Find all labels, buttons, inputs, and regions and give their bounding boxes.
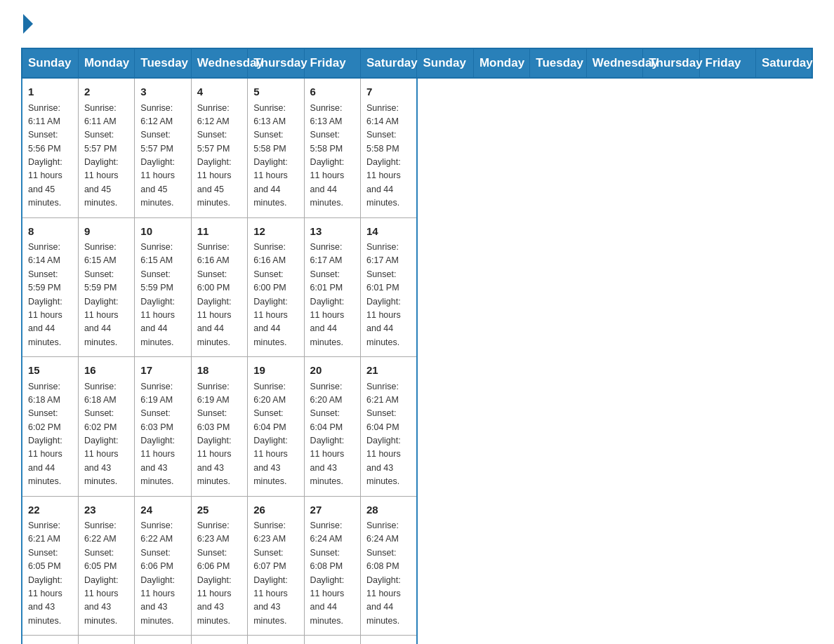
day-info: Sunrise: 6:24 AMSunset: 6:08 PMDaylight:… bbox=[310, 519, 355, 628]
day-info: Sunrise: 6:14 AMSunset: 5:58 PMDaylight:… bbox=[366, 102, 411, 210]
day-number: 30 bbox=[84, 641, 128, 644]
day-number: 4 bbox=[197, 84, 241, 100]
calendar-cell: 19Sunrise: 6:20 AMSunset: 6:04 PMDayligh… bbox=[248, 357, 304, 497]
calendar-cell: 22Sunrise: 6:21 AMSunset: 6:05 PMDayligh… bbox=[22, 496, 78, 636]
day-info: Sunrise: 6:17 AMSunset: 6:01 PMDaylight:… bbox=[310, 241, 355, 349]
calendar-header-sunday: Sunday bbox=[22, 48, 78, 78]
day-number: 28 bbox=[366, 502, 411, 518]
calendar-cell: 6Sunrise: 6:13 AMSunset: 5:58 PMDaylight… bbox=[304, 78, 360, 217]
day-number: 10 bbox=[140, 224, 185, 240]
day-number: 27 bbox=[310, 502, 355, 518]
calendar-cell: 28Sunrise: 6:24 AMSunset: 6:08 PMDayligh… bbox=[361, 496, 417, 636]
calendar-cell: 24Sunrise: 6:22 AMSunset: 6:06 PMDayligh… bbox=[135, 496, 191, 636]
day-info: Sunrise: 6:15 AMSunset: 5:59 PMDaylight:… bbox=[140, 241, 185, 349]
calendar-cell: 4Sunrise: 6:12 AMSunset: 5:57 PMDaylight… bbox=[191, 78, 247, 217]
day-number: 16 bbox=[84, 363, 128, 379]
day-info: Sunrise: 6:20 AMSunset: 6:04 PMDaylight:… bbox=[310, 380, 355, 489]
day-number: 14 bbox=[366, 224, 411, 240]
calendar-header-saturday: Saturday bbox=[361, 48, 417, 78]
day-number: 8 bbox=[28, 224, 72, 240]
day-number: 20 bbox=[310, 363, 355, 379]
calendar-header-friday: Friday bbox=[699, 48, 755, 78]
day-number: 2 bbox=[84, 84, 128, 100]
day-info: Sunrise: 6:20 AMSunset: 6:04 PMDaylight:… bbox=[253, 380, 298, 489]
calendar-header-sunday: Sunday bbox=[417, 48, 473, 78]
day-info: Sunrise: 6:18 AMSunset: 6:02 PMDaylight:… bbox=[28, 380, 72, 489]
calendar-header-tuesday: Tuesday bbox=[530, 48, 586, 78]
day-info: Sunrise: 6:18 AMSunset: 6:02 PMDaylight:… bbox=[84, 380, 128, 489]
day-number: 7 bbox=[366, 84, 411, 100]
calendar-header-row: SundayMondayTuesdayWednesdayThursdayFrid… bbox=[22, 48, 812, 78]
day-number: 13 bbox=[310, 224, 355, 240]
calendar-cell: 13Sunrise: 6:17 AMSunset: 6:01 PMDayligh… bbox=[304, 217, 360, 357]
day-number: 18 bbox=[197, 363, 241, 379]
day-info: Sunrise: 6:14 AMSunset: 5:59 PMDaylight:… bbox=[28, 241, 72, 349]
day-number: 1 bbox=[28, 84, 72, 100]
calendar-week-row: 8Sunrise: 6:14 AMSunset: 5:59 PMDaylight… bbox=[22, 217, 812, 357]
calendar-cell: 1Sunrise: 6:11 AMSunset: 5:56 PMDaylight… bbox=[22, 78, 78, 217]
day-info: Sunrise: 6:21 AMSunset: 6:04 PMDaylight:… bbox=[366, 380, 411, 489]
calendar-header-thursday: Thursday bbox=[643, 48, 699, 78]
calendar-cell: 21Sunrise: 6:21 AMSunset: 6:04 PMDayligh… bbox=[361, 357, 417, 497]
day-number: 21 bbox=[366, 363, 411, 379]
day-info: Sunrise: 6:22 AMSunset: 6:06 PMDaylight:… bbox=[140, 519, 185, 628]
day-info: Sunrise: 6:23 AMSunset: 6:07 PMDaylight:… bbox=[253, 519, 298, 628]
calendar-cell: 12Sunrise: 6:16 AMSunset: 6:00 PMDayligh… bbox=[248, 217, 304, 357]
day-number: 3 bbox=[140, 84, 185, 100]
calendar-cell bbox=[248, 636, 304, 645]
calendar-header-wednesday: Wednesday bbox=[191, 48, 247, 78]
day-number: 9 bbox=[84, 224, 128, 240]
page-header bbox=[21, 14, 813, 34]
calendar-cell bbox=[361, 636, 417, 645]
calendar-cell: 11Sunrise: 6:16 AMSunset: 6:00 PMDayligh… bbox=[191, 217, 247, 357]
day-info: Sunrise: 6:15 AMSunset: 5:59 PMDaylight:… bbox=[84, 241, 128, 349]
day-info: Sunrise: 6:24 AMSunset: 6:08 PMDaylight:… bbox=[366, 519, 411, 628]
day-info: Sunrise: 6:16 AMSunset: 6:00 PMDaylight:… bbox=[197, 241, 241, 349]
day-number: 12 bbox=[253, 224, 298, 240]
calendar-week-row: 15Sunrise: 6:18 AMSunset: 6:02 PMDayligh… bbox=[22, 357, 812, 497]
calendar-cell: 8Sunrise: 6:14 AMSunset: 5:59 PMDaylight… bbox=[22, 217, 78, 357]
day-info: Sunrise: 6:13 AMSunset: 5:58 PMDaylight:… bbox=[253, 102, 298, 210]
day-info: Sunrise: 6:11 AMSunset: 5:56 PMDaylight:… bbox=[28, 102, 72, 210]
day-info: Sunrise: 6:16 AMSunset: 6:00 PMDaylight:… bbox=[253, 241, 298, 349]
calendar-cell bbox=[191, 636, 247, 645]
day-number: 5 bbox=[253, 84, 298, 100]
calendar-header-monday: Monday bbox=[78, 48, 134, 78]
logo-arrow-icon bbox=[23, 14, 33, 34]
day-info: Sunrise: 6:22 AMSunset: 6:05 PMDaylight:… bbox=[84, 519, 128, 628]
logo bbox=[21, 14, 35, 34]
calendar-week-row: 1Sunrise: 6:11 AMSunset: 5:56 PMDaylight… bbox=[22, 78, 812, 217]
day-number: 17 bbox=[140, 363, 185, 379]
calendar-cell: 14Sunrise: 6:17 AMSunset: 6:01 PMDayligh… bbox=[361, 217, 417, 357]
day-info: Sunrise: 6:12 AMSunset: 5:57 PMDaylight:… bbox=[140, 102, 185, 210]
calendar-cell: 2Sunrise: 6:11 AMSunset: 5:57 PMDaylight… bbox=[78, 78, 134, 217]
calendar-cell: 7Sunrise: 6:14 AMSunset: 5:58 PMDaylight… bbox=[361, 78, 417, 217]
calendar-cell: 18Sunrise: 6:19 AMSunset: 6:03 PMDayligh… bbox=[191, 357, 247, 497]
day-number: 25 bbox=[197, 502, 241, 518]
calendar-cell: 16Sunrise: 6:18 AMSunset: 6:02 PMDayligh… bbox=[78, 357, 134, 497]
calendar-header-thursday: Thursday bbox=[248, 48, 304, 78]
calendar-cell: 30Sunrise: 6:25 AMSunset: 6:09 PMDayligh… bbox=[78, 636, 134, 645]
calendar-cell: 5Sunrise: 6:13 AMSunset: 5:58 PMDaylight… bbox=[248, 78, 304, 217]
calendar-cell: 26Sunrise: 6:23 AMSunset: 6:07 PMDayligh… bbox=[248, 496, 304, 636]
calendar-cell: 29Sunrise: 6:24 AMSunset: 6:09 PMDayligh… bbox=[22, 636, 78, 645]
calendar-week-row: 22Sunrise: 6:21 AMSunset: 6:05 PMDayligh… bbox=[22, 496, 812, 636]
calendar-cell: 17Sunrise: 6:19 AMSunset: 6:03 PMDayligh… bbox=[135, 357, 191, 497]
day-info: Sunrise: 6:23 AMSunset: 6:06 PMDaylight:… bbox=[197, 519, 241, 628]
calendar-cell: 15Sunrise: 6:18 AMSunset: 6:02 PMDayligh… bbox=[22, 357, 78, 497]
calendar-cell: 10Sunrise: 6:15 AMSunset: 5:59 PMDayligh… bbox=[135, 217, 191, 357]
calendar-cell bbox=[304, 636, 360, 645]
day-number: 23 bbox=[84, 502, 128, 518]
day-info: Sunrise: 6:19 AMSunset: 6:03 PMDaylight:… bbox=[140, 380, 185, 489]
calendar-cell: 23Sunrise: 6:22 AMSunset: 6:05 PMDayligh… bbox=[78, 496, 134, 636]
calendar-header-saturday: Saturday bbox=[755, 48, 812, 78]
calendar-table: SundayMondayTuesdayWednesdayThursdayFrid… bbox=[21, 48, 813, 644]
calendar-cell: 3Sunrise: 6:12 AMSunset: 5:57 PMDaylight… bbox=[135, 78, 191, 217]
day-info: Sunrise: 6:19 AMSunset: 6:03 PMDaylight:… bbox=[197, 380, 241, 489]
calendar-header-wednesday: Wednesday bbox=[586, 48, 642, 78]
calendar-cell: 9Sunrise: 6:15 AMSunset: 5:59 PMDaylight… bbox=[78, 217, 134, 357]
calendar-cell: 27Sunrise: 6:24 AMSunset: 6:08 PMDayligh… bbox=[304, 496, 360, 636]
calendar-week-row: 29Sunrise: 6:24 AMSunset: 6:09 PMDayligh… bbox=[22, 636, 812, 645]
day-number: 15 bbox=[28, 363, 72, 379]
day-info: Sunrise: 6:21 AMSunset: 6:05 PMDaylight:… bbox=[28, 519, 72, 628]
